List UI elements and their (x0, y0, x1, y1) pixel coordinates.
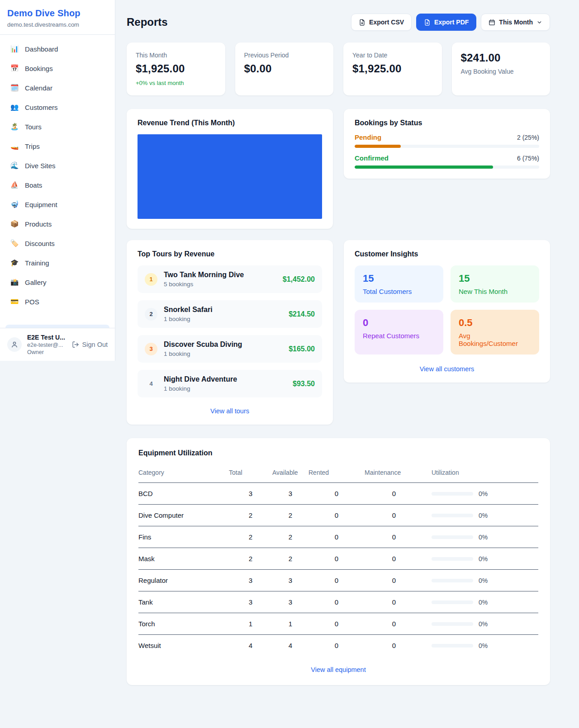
stat-value: $1,925.00 (136, 62, 216, 75)
sign-out-label: Sign Out (82, 341, 108, 348)
utilization-cell: 0% (423, 642, 538, 649)
nav-item-label: Tours (25, 123, 42, 131)
insight-value: 15 (363, 273, 435, 284)
nav-item-label: Boats (25, 181, 42, 189)
revenue-trend-title: Revenue Trend (This Month) (138, 119, 322, 127)
sidebar-item[interactable]: 🏷️ Discounts (5, 236, 109, 251)
nav-item-icon: 👥 (10, 103, 19, 111)
utilization-bar (432, 557, 473, 561)
sidebar-item-reports-partial[interactable] (5, 325, 109, 328)
stat-label: Year to Date (352, 52, 433, 59)
export-csv-button[interactable]: Export CSV (351, 14, 412, 31)
stat-card-avg-booking-value: $241.00 Avg Booking Value (452, 43, 551, 95)
nav-item-label: POS (25, 298, 39, 306)
cell-category: Mask (138, 548, 229, 570)
utilization-percent: 0% (479, 490, 488, 497)
view-all-equipment-link[interactable]: View all equipment (138, 666, 538, 673)
period-select[interactable]: This Month (481, 14, 550, 31)
top-tours-card: Top Tours by Revenue 1 Two Tank Morning … (127, 240, 333, 425)
sidebar-item[interactable]: 🎓 Training (5, 255, 109, 270)
sidebar-item[interactable]: 📸 Gallery (5, 274, 109, 290)
cell-total: 3 (229, 483, 272, 505)
user-role: Owner (27, 349, 66, 355)
insight-value: 0 (363, 317, 435, 329)
user-name: E2E Test U... (27, 334, 66, 341)
brand-block: Demo Dive Shop demo.test.divestreams.com (0, 0, 115, 35)
export-file-icon (359, 19, 365, 26)
sidebar-item[interactable]: 📅 Bookings (5, 61, 109, 76)
tour-bookings: 1 booking (164, 350, 282, 357)
utilization-percent: 0% (479, 620, 488, 628)
chevron-down-icon (536, 19, 542, 25)
status-count: 6 (75%) (517, 155, 539, 162)
table-row: Fins 2 2 0 0 0% (138, 526, 538, 548)
sidebar-item[interactable]: 🚤 Trips (5, 138, 109, 154)
sign-out-button[interactable]: Sign Out (72, 341, 108, 348)
export-pdf-button[interactable]: Export PDF (416, 14, 476, 31)
cell-category: Torch (138, 613, 229, 635)
insight-label: Total Customers (363, 288, 435, 295)
cell-category: BCD (138, 483, 229, 505)
cell-maintenance: 0 (365, 591, 423, 613)
user-avatar (7, 337, 22, 352)
utilization-cell: 0% (423, 620, 538, 628)
utilization-bar (432, 514, 473, 517)
cell-rented: 0 (308, 548, 365, 570)
table-row: BCD 3 3 0 0 0% (138, 483, 538, 505)
nav-item-label: Equipment (25, 201, 57, 208)
cell-available: 2 (272, 505, 308, 526)
nav-item-icon: 📸 (10, 278, 19, 286)
utilization-bar (432, 579, 473, 582)
view-all-customers-link[interactable]: View all customers (355, 365, 539, 373)
stat-card-previous-period: Previous Period $0.00 (235, 43, 334, 95)
sidebar-item[interactable]: ⛵ Boats (5, 177, 109, 193)
cell-rented: 0 (308, 483, 365, 505)
status-progress-track (355, 165, 539, 169)
view-all-tours-link[interactable]: View all tours (138, 407, 322, 415)
cell-maintenance: 0 (365, 483, 423, 505)
export-csv-label: Export CSV (369, 19, 404, 26)
insight-value: 15 (459, 273, 531, 284)
nav-item-label: Products (25, 220, 52, 228)
cell-rented: 0 (308, 505, 365, 526)
nav-item-label: Training (25, 259, 49, 267)
rank-badge: 4 (145, 378, 157, 390)
rank-badge: 2 (145, 308, 157, 321)
sidebar-item[interactable]: 🤿 Equipment (5, 197, 109, 212)
sidebar-item[interactable]: 📊 Dashboard (5, 41, 109, 57)
stat-label: Avg Booking Value (461, 68, 541, 75)
utilization-cell: 0% (423, 577, 538, 584)
cell-available: 4 (272, 635, 308, 657)
status-progress-fill (355, 165, 493, 169)
nav-item-icon: 🎓 (10, 259, 19, 267)
insight-value: 0.5 (459, 317, 531, 329)
cell-available: 3 (272, 483, 308, 505)
charts-row: Revenue Trend (This Month) Bookings by S… (127, 109, 550, 229)
insights-row: Top Tours by Revenue 1 Two Tank Morning … (127, 240, 550, 425)
sidebar-item[interactable]: 🗓️ Calendar (5, 80, 109, 95)
utilization-bar (432, 622, 473, 626)
utilization-bar (432, 492, 473, 496)
col-total: Total (229, 465, 272, 483)
sidebar-item[interactable]: 🏝️ Tours (5, 119, 109, 134)
status-label: Pending (355, 133, 381, 141)
cell-total: 3 (229, 591, 272, 613)
nav-item-label: Bookings (25, 65, 53, 72)
bookings-by-status-card: Bookings by Status Pending 2 (25%) (344, 109, 550, 179)
tour-amount: $165.00 (289, 345, 315, 353)
insight-grid: 15 Total Customers 15 New This Month 0 R… (355, 265, 539, 355)
tour-name: Night Dive Adventure (164, 375, 286, 383)
sidebar-item[interactable]: 💳 POS (5, 294, 109, 309)
nav-item-icon: 🗓️ (10, 84, 19, 92)
nav-item-icon: 🏷️ (10, 239, 19, 247)
utilization-percent: 0% (479, 555, 488, 563)
cell-category: Regulator (138, 570, 229, 591)
nav-item-icon: 🚤 (10, 142, 19, 150)
tour-row: 2 Snorkel Safari 1 booking $214.50 (138, 300, 322, 328)
cell-rented: 0 (308, 591, 365, 613)
sidebar-item[interactable]: 📦 Products (5, 216, 109, 232)
sidebar-item[interactable]: 👥 Customers (5, 99, 109, 115)
insight-tile: 0 Repeat Customers (355, 310, 443, 355)
sidebar-item[interactable]: 🌊 Dive Sites (5, 158, 109, 173)
status-progress-fill (355, 145, 401, 148)
